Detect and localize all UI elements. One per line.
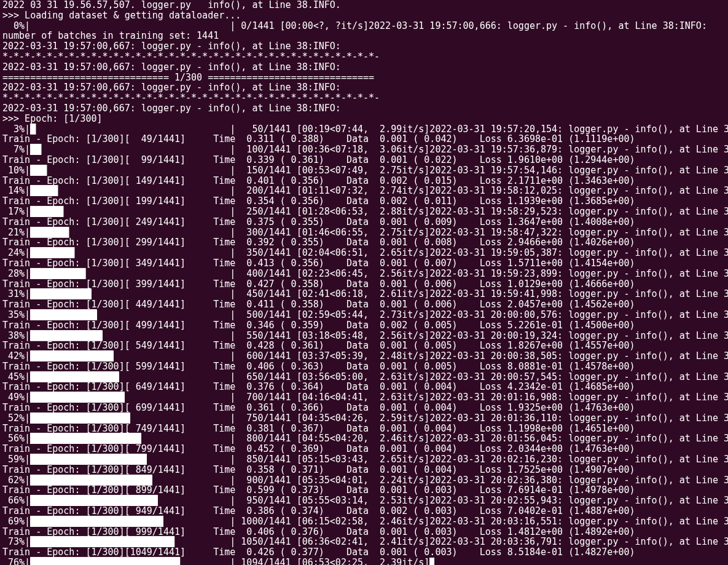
terminal-cursor <box>429 558 434 565</box>
terminal-line: >>> Epoch: [1/300] <box>2 114 726 124</box>
terminal-line: 2022 03 31 19.56.57,507. logger.py info(… <box>2 0 726 10</box>
terminal-line: Train - Epoch: [1/300][ 999/1441] Time 0… <box>2 527 726 537</box>
progress-bar-fill: ██████████████████████████ <box>30 537 174 547</box>
progress-bar-fill: █████████████████ <box>30 392 125 403</box>
terminal-line: 69%|████████████████████████ | 1000/1441… <box>2 516 726 527</box>
terminal-line: *-*-*-*-*-*-*-*-*-*-*-*-*-*-*-*-*-*-*-*-… <box>2 93 726 103</box>
progress-bar-fill: █████ <box>30 186 58 196</box>
terminal-line: 73%|██████████████████████████ | 1050/14… <box>2 537 726 547</box>
terminal-line: 49%|█████████████████ | 700/1441 [04:16<… <box>2 392 726 403</box>
progress-bar-fill: ███████ <box>30 227 69 238</box>
progress-bar-fill: ███████████ <box>30 289 91 299</box>
progress-bar-fill: ████████████████████ <box>30 433 141 444</box>
terminal-line: 2022-03-31 19:57:00,667: logger.py - inf… <box>2 82 726 93</box>
terminal-line: Train - Epoch: [1/300][ 549/1441] Time 0… <box>2 341 726 351</box>
terminal-line: Train - Epoch: [1/300][ 899/1441] Time 0… <box>2 485 726 496</box>
terminal-line: 24%|████████ | 350/1441 [02:04<06:51, 2.… <box>2 248 726 258</box>
terminal-line: 56%|████████████████████ | 800/1441 [04:… <box>2 433 726 444</box>
terminal-line: 2022-03-31 19:57:00,667: logger.py - inf… <box>2 103 726 114</box>
terminal-line: Train - Epoch: [1/300][ 349/1441] Time 0… <box>2 258 726 269</box>
terminal-line: 28%|██████████ | 400/1441 [02:23<06:45, … <box>2 269 726 279</box>
terminal-line: 35%|████████████ | 500/1441 [02:59<05:44… <box>2 310 726 320</box>
terminal-line: Train - Epoch: [1/300][ 49/1441] Time 0.… <box>2 134 726 144</box>
terminal-line: 2022-03-31 19:57:00,667: logger.py - inf… <box>2 41 726 52</box>
progress-bar-fill: ██████████████████ <box>30 413 130 424</box>
terminal-output: 2022 03 31 19.56.57,507. logger.py info(… <box>0 0 728 565</box>
terminal-line: 42%|███████████████ | 600/1441 [03:37<05… <box>2 351 726 362</box>
terminal-line: 45%|████████████████ | 650/1441 [03:56<0… <box>2 372 726 382</box>
progress-bar-fill: ██████████████████████ <box>30 475 152 486</box>
terminal-line: Train - Epoch: [1/300][ 449/1441] Time 0… <box>2 299 726 310</box>
terminal-line: Train - Epoch: [1/300][ 99/1441] Time 0.… <box>2 155 726 165</box>
terminal-line: Train - Epoch: [1/300][ 799/1441] Time 0… <box>2 444 726 454</box>
terminal-line: Train - Epoch: [1/300][ 949/1441] Time 0… <box>2 506 726 516</box>
terminal-line: 62%|██████████████████████ | 900/1441 [0… <box>2 475 726 486</box>
progress-bar-fill: ███ <box>30 165 47 176</box>
terminal-line: 21%|███████ | 300/1441 [01:46<06:55, 2.7… <box>2 227 726 238</box>
progress-bar-fill: ███████████████████████████ <box>30 558 180 565</box>
progress-bar-fill: █ <box>30 124 36 135</box>
terminal-line: 38%|█████████████ | 550/1441 [03:18<05:4… <box>2 331 726 341</box>
terminal-line: 7%|██ | 100/1441 [00:36<07:18, 3.06it/s]… <box>2 144 726 155</box>
progress-bar-fill: █████████████████████ <box>30 454 147 465</box>
terminal-line: 14%|█████ | 200/1441 [01:11<07:32, 2.74i… <box>2 186 726 196</box>
terminal-line: Train - Epoch: [1/300][ 649/1441] Time 0… <box>2 382 726 392</box>
terminal-line: Train - Epoch: [1/300][ 599/1441] Time 0… <box>2 362 726 372</box>
terminal-line: number of batches in training set: 1441 <box>2 31 726 41</box>
terminal-line: 76%|███████████████████████████ | 1094/1… <box>2 558 726 565</box>
terminal-line: Train - Epoch: [1/300][1049/1441] Time 0… <box>2 547 726 558</box>
progress-bar-fill: ████████████ <box>30 310 96 320</box>
progress-bar-fill: ████████████████ <box>30 372 119 382</box>
terminal-line: 52%|██████████████████ | 750/1441 [04:35… <box>2 413 726 424</box>
terminal-line: Train - Epoch: [1/300][ 249/1441] Time 0… <box>2 217 726 227</box>
progress-bar-fill: █████████████ <box>30 331 102 341</box>
terminal-line: Train - Epoch: [1/300][ 299/1441] Time 0… <box>2 237 726 248</box>
progress-bar-fill: ██████████ <box>30 269 85 279</box>
terminal-line: Train - Epoch: [1/300][ 199/1441] Time 0… <box>2 196 726 207</box>
terminal-line: Train - Epoch: [1/300][ 749/1441] Time 0… <box>2 424 726 434</box>
terminal-line: Train - Epoch: [1/300][ 699/1441] Time 0… <box>2 403 726 413</box>
terminal-line: *-*-*-*-*-*-*-*-*-*-*-*-*-*-*-*-*-*-*-*-… <box>2 52 726 62</box>
terminal-line: 17%|██████ | 250/1441 [01:28<06:53, 2.88… <box>2 207 726 217</box>
terminal-line: >>> Loading dataset & getting dataloader… <box>2 10 726 21</box>
terminal-line: Train - Epoch: [1/300][ 399/1441] Time 0… <box>2 279 726 290</box>
progress-bar-fill: ██ <box>30 144 41 155</box>
terminal-line: 59%|█████████████████████ | 850/1441 [05… <box>2 454 726 465</box>
terminal-line: 0%| | 0/1441 [00:00<?, ?it/s]2022-03-31 … <box>2 21 726 31</box>
progress-bar-fill: ███████████████ <box>30 351 113 362</box>
terminal-line: 2022-03-31 19:57:00,667: logger.py - inf… <box>2 62 726 73</box>
progress-bar-fill: ███████████████████████ <box>30 496 158 506</box>
terminal-line: ============================== 1/300 ===… <box>2 73 726 83</box>
terminal-line: 66%|███████████████████████ | 950/1441 [… <box>2 496 726 506</box>
terminal-line: 3%|█ | 50/1441 [00:19<07:44, 2.99it/s]20… <box>2 124 726 135</box>
progress-bar-fill: ████████ <box>30 248 74 258</box>
progress-bar-fill: ████████████████████████ <box>30 516 163 527</box>
progress-bar-fill: ██████ <box>30 207 63 217</box>
terminal-line: 31%|███████████ | 450/1441 [02:41<06:18,… <box>2 289 726 299</box>
terminal-line: Train - Epoch: [1/300][ 849/1441] Time 0… <box>2 465 726 475</box>
terminal-line: 10%|███ | 150/1441 [00:53<07:49, 2.75it/… <box>2 165 726 176</box>
terminal-line: Train - Epoch: [1/300][ 499/1441] Time 0… <box>2 320 726 331</box>
terminal-line: Train - Epoch: [1/300][ 149/1441] Time 0… <box>2 176 726 186</box>
